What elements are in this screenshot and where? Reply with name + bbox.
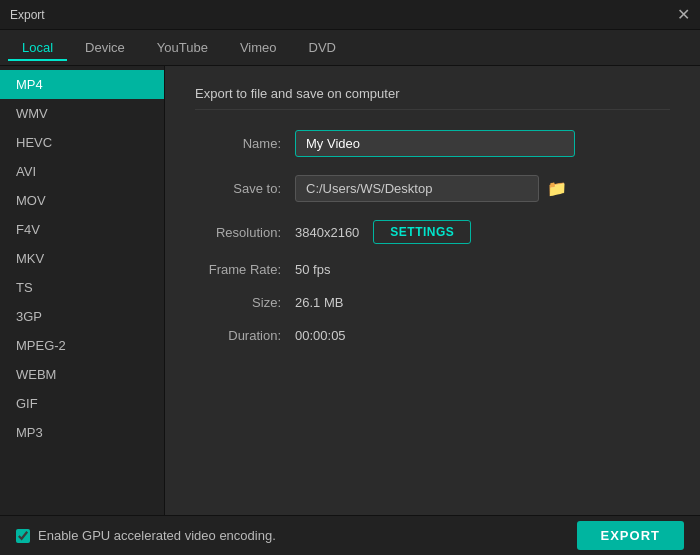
resolution-label: Resolution: bbox=[195, 225, 295, 240]
name-row: Name: bbox=[195, 130, 670, 157]
tab-youtube[interactable]: YouTube bbox=[143, 34, 222, 61]
size-value: 26.1 MB bbox=[295, 295, 343, 310]
tab-dvd[interactable]: DVD bbox=[295, 34, 350, 61]
duration-value: 00:00:05 bbox=[295, 328, 346, 343]
folder-icon: 📁 bbox=[547, 180, 567, 197]
duration-row: Duration: 00:00:05 bbox=[195, 328, 670, 343]
gpu-encoding-text: Enable GPU accelerated video encoding. bbox=[38, 528, 276, 543]
resolution-group: 3840x2160 SETTINGS bbox=[295, 220, 471, 244]
format-sidebar: MP4 WMV HEVC AVI MOV F4V MKV TS 3GP MPEG… bbox=[0, 66, 165, 515]
sidebar-item-3gp[interactable]: 3GP bbox=[0, 302, 164, 331]
main-panel: MP4 WMV HEVC AVI MOV F4V MKV TS 3GP MPEG… bbox=[0, 66, 700, 515]
size-label: Size: bbox=[195, 295, 295, 310]
frame-rate-row: Frame Rate: 50 fps bbox=[195, 262, 670, 277]
close-button[interactable]: ✕ bbox=[677, 7, 690, 23]
resolution-row: Resolution: 3840x2160 SETTINGS bbox=[195, 220, 670, 244]
sidebar-item-mpeg2[interactable]: MPEG-2 bbox=[0, 331, 164, 360]
sidebar-item-gif[interactable]: GIF bbox=[0, 389, 164, 418]
export-content: Export to file and save on computer Name… bbox=[165, 66, 700, 515]
window-title: Export bbox=[10, 8, 45, 22]
sidebar-item-mkv[interactable]: MKV bbox=[0, 244, 164, 273]
name-input[interactable] bbox=[295, 130, 575, 157]
section-title: Export to file and save on computer bbox=[195, 86, 670, 110]
save-to-input[interactable] bbox=[295, 175, 539, 202]
gpu-encoding-checkbox[interactable] bbox=[16, 529, 30, 543]
size-row: Size: 26.1 MB bbox=[195, 295, 670, 310]
frame-rate-label: Frame Rate: bbox=[195, 262, 295, 277]
name-label: Name: bbox=[195, 136, 295, 151]
sidebar-item-wmv[interactable]: WMV bbox=[0, 99, 164, 128]
sidebar-item-avi[interactable]: AVI bbox=[0, 157, 164, 186]
resolution-value: 3840x2160 bbox=[295, 225, 359, 240]
sidebar-item-ts[interactable]: TS bbox=[0, 273, 164, 302]
duration-label: Duration: bbox=[195, 328, 295, 343]
folder-browse-button[interactable]: 📁 bbox=[539, 175, 575, 202]
save-to-label: Save to: bbox=[195, 181, 295, 196]
sidebar-item-hevc[interactable]: HEVC bbox=[0, 128, 164, 157]
tab-bar: Local Device YouTube Vimeo DVD bbox=[0, 30, 700, 66]
sidebar-item-mp4[interactable]: MP4 bbox=[0, 70, 164, 99]
export-button[interactable]: EXPORT bbox=[577, 521, 684, 550]
tab-device[interactable]: Device bbox=[71, 34, 139, 61]
frame-rate-value: 50 fps bbox=[295, 262, 330, 277]
gpu-encoding-label[interactable]: Enable GPU accelerated video encoding. bbox=[16, 528, 276, 543]
settings-button[interactable]: SETTINGS bbox=[373, 220, 471, 244]
sidebar-item-mp3[interactable]: MP3 bbox=[0, 418, 164, 447]
save-to-row: Save to: 📁 bbox=[195, 175, 670, 202]
bottom-bar: Enable GPU accelerated video encoding. E… bbox=[0, 515, 700, 555]
sidebar-item-mov[interactable]: MOV bbox=[0, 186, 164, 215]
title-bar: Export ✕ bbox=[0, 0, 700, 30]
sidebar-item-f4v[interactable]: F4V bbox=[0, 215, 164, 244]
tab-local[interactable]: Local bbox=[8, 34, 67, 61]
tab-vimeo[interactable]: Vimeo bbox=[226, 34, 291, 61]
sidebar-item-webm[interactable]: WEBM bbox=[0, 360, 164, 389]
